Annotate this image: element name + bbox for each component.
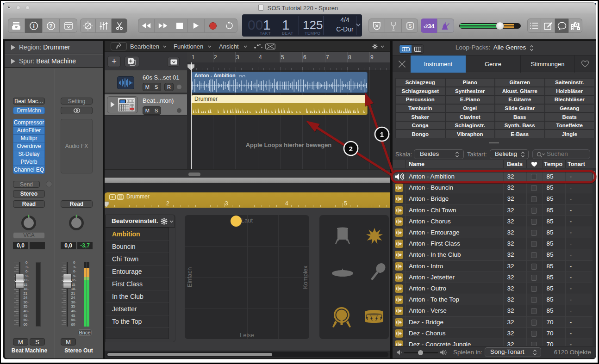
svg-text:?: ? bbox=[49, 23, 52, 29]
svg-text:i: i bbox=[33, 23, 35, 30]
svg-text:S: S bbox=[408, 23, 412, 29]
